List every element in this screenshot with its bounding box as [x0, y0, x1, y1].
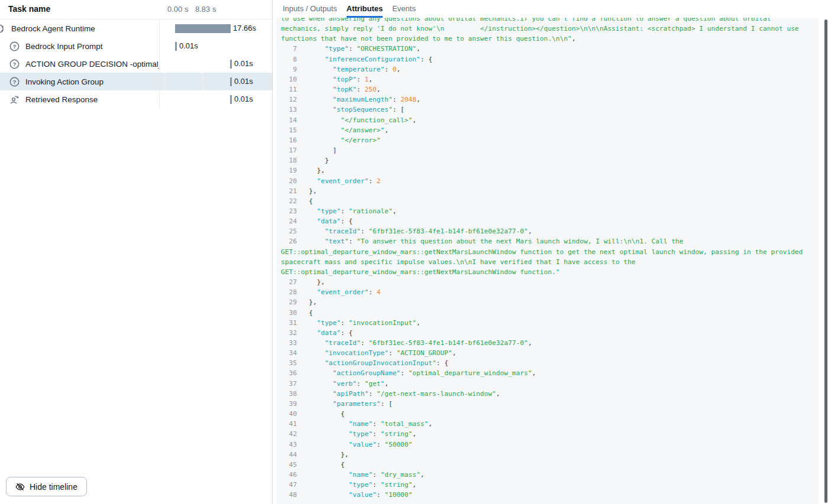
json-punctuation: : [373, 430, 380, 438]
indent [301, 56, 325, 63]
code-line: 40 { [281, 409, 814, 419]
code-line: 18 } [281, 155, 814, 165]
row-timeline: 0.01s [160, 90, 272, 108]
task-row-bedrock-input-prompt[interactable]: ?Bedrock Input Prompt0.01s [0, 37, 272, 55]
json-punctuation: , [428, 420, 432, 428]
tab-events[interactable]: Events [392, 0, 416, 18]
line-number: 36 [281, 369, 301, 377]
indent [301, 45, 325, 53]
code-line: 35 "actionGroupInvocationInput": { [281, 358, 814, 368]
json-number: 2 [377, 177, 381, 185]
json-key: "topK" [333, 86, 357, 93]
task-row-bedrock-agent-runtime[interactable]: Bedrock Agent Runtime17.66s [0, 19, 272, 37]
indent [301, 441, 349, 448]
attributes-panel: Inputs / OutputsAttributesEvents to use … [273, 0, 828, 504]
tab-attributes[interactable]: Attributes [347, 0, 383, 18]
task-row-action-group-decision-optimal-de[interactable]: ?ACTION GROUP DECISION -optimal_de0.01s [0, 55, 272, 73]
line-number: 47 [281, 481, 301, 489]
code-line: to use when answering any questions abou… [281, 18, 814, 44]
task-row-invoking-action-group[interactable]: ?Invoking Action Group0.01s [0, 73, 272, 90]
hide-timeline-button[interactable]: Hide timeline [6, 477, 87, 496]
indent [301, 309, 309, 317]
json-string: "</function_call>" [341, 116, 412, 124]
line-number: 26 [281, 238, 301, 245]
json-string: "6fbf31ec-5f83-4fe1-b14f-bf61e0e32a77-0" [368, 339, 528, 347]
line-number: 39 [281, 400, 301, 408]
indent [301, 329, 317, 337]
line-number: 45 [281, 461, 301, 469]
json-punctuation: , [532, 369, 536, 377]
json-number: 4 [377, 288, 381, 296]
task-cell: ?ACTION GROUP DECISION -optimal_de [0, 55, 160, 73]
json-punctuation: : { [341, 329, 352, 337]
json-punctuation: : [349, 45, 357, 53]
json-key: "traceId" [325, 227, 361, 235]
indent [301, 177, 317, 185]
json-punctuation: : [361, 227, 368, 235]
code-line: 27 }, [281, 277, 814, 287]
line-number: 41 [281, 420, 301, 428]
duration-label: 0.01s [234, 95, 253, 103]
question-circle-icon: ? [9, 41, 20, 51]
json-punctuation: : [357, 380, 364, 388]
code-line: 24 "data": { [281, 216, 814, 226]
json-punctuation: , [421, 471, 425, 479]
json-key: "type" [317, 207, 341, 215]
json-punctuation: : [368, 177, 376, 185]
tab-inputs-outputs[interactable]: Inputs / Outputs [283, 0, 337, 18]
code-line: 23 "type": "rationale", [281, 206, 814, 216]
json-string: "</answer>" [341, 126, 384, 134]
json-punctuation: : { [341, 217, 352, 225]
json-string: "string" [380, 430, 412, 438]
json-string: "ACTION_GROUP" [396, 349, 452, 357]
duration-bar [230, 95, 232, 104]
json-punctuation: { [341, 461, 345, 469]
indent [301, 390, 333, 398]
code-line: 34 "invocationType": "ACTION_GROUP", [281, 348, 814, 358]
json-key: "temperature" [333, 66, 385, 73]
json-punctuation: , [396, 66, 400, 73]
code-line: 20 "event_order": 2 [281, 176, 814, 186]
code-line: 47 "type": "string", [281, 480, 814, 490]
indent [301, 187, 309, 195]
json-punctuation: : [361, 339, 368, 347]
duration-bar [175, 24, 231, 33]
code-line: 16 "</error>" [281, 135, 814, 145]
task-label: Bedrock Agent Runtime [11, 24, 95, 33]
json-key: "event_order" [317, 177, 369, 185]
indent [301, 147, 333, 154]
json-punctuation: , [412, 430, 416, 438]
code-line: 7 "type": "ORCHESTRATION", [281, 44, 814, 54]
json-punctuation: : [349, 238, 357, 245]
line-number: 7 [281, 45, 301, 53]
json-punctuation: , [496, 390, 500, 398]
json-key: "actionGroupInvocationInput" [325, 359, 436, 367]
vertical-scrollbar[interactable] [824, 19, 827, 503]
indent [301, 288, 317, 296]
code-line: 9 "temperature": 0, [281, 64, 814, 74]
line-number: 38 [281, 390, 301, 398]
line-number: 10 [281, 76, 301, 83]
task-name-header: Task name [8, 4, 50, 14]
json-punctuation: , [384, 126, 389, 134]
json-punctuation: : [357, 86, 364, 93]
indent [301, 471, 349, 479]
json-string: "total_mass" [380, 420, 428, 428]
json-key: "event_order" [317, 288, 369, 296]
task-row-retrieved-response[interactable]: Retrieved Response0.01s [0, 90, 272, 108]
line-number: 20 [281, 177, 301, 185]
json-punctuation: , [452, 349, 457, 357]
code-line: 29 }, [281, 297, 814, 307]
json-punctuation: , [412, 481, 416, 489]
json-punctuation: , [377, 86, 381, 93]
code-line: 48 "value": "10000" [281, 490, 814, 500]
indent [301, 461, 341, 469]
json-punctuation: }, [309, 298, 316, 306]
code-line: 32 "data": { [281, 328, 814, 338]
json-punctuation: , [416, 96, 421, 103]
line-number: 29 [281, 298, 301, 306]
indent [301, 369, 333, 377]
json-string: "To answer this question about the next … [281, 238, 807, 275]
indent [301, 339, 325, 347]
json-punctuation: { [341, 410, 345, 418]
